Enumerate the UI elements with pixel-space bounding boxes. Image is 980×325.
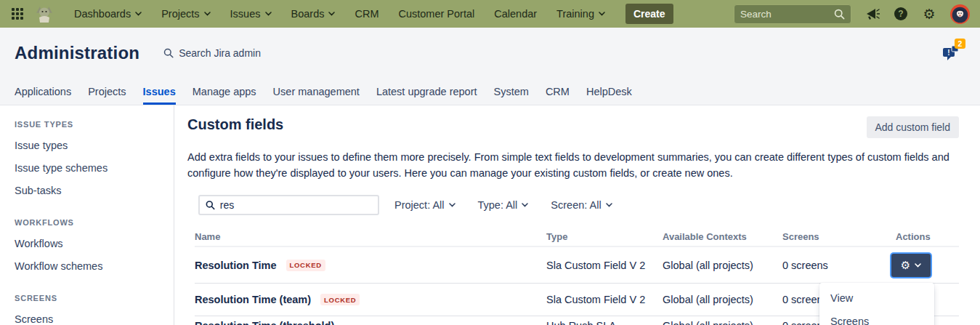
app-switcher-icon[interactable]: [12, 8, 23, 20]
nav-crm[interactable]: CRM: [355, 8, 378, 20]
add-custom-field-button[interactable]: Add custom field: [867, 116, 960, 138]
sidebar-item-screens[interactable]: Screens: [15, 313, 174, 325]
section-title: Custom fields: [187, 116, 283, 133]
sidebar-section-screens: SCREENS: [15, 294, 174, 302]
chevron-down-icon: [599, 12, 605, 16]
megaphone-icon[interactable]: [865, 7, 880, 21]
search-icon: [834, 9, 845, 20]
column-header-contexts: Available Contexts: [663, 231, 782, 242]
field-name: Resolution Time (threshold): [195, 320, 334, 325]
field-contexts: Global (all projects): [663, 320, 782, 325]
filter-screen[interactable]: Screen: All: [551, 199, 612, 211]
column-header-actions: Actions: [896, 231, 959, 242]
help-icon[interactable]: ?: [894, 7, 908, 21]
section-description: Add extra fields to your issues to defin…: [187, 149, 959, 181]
sidebar-item-issue-type-schemes[interactable]: Issue type schemes: [15, 162, 174, 174]
table-row: Resolution Time LOCKED Sla Custom Field …: [195, 247, 959, 284]
nav-training[interactable]: Training: [556, 8, 605, 20]
custom-field-search[interactable]: [198, 195, 379, 215]
sidebar-section-workflows: WORKFLOWS: [15, 218, 174, 227]
create-button[interactable]: Create: [625, 4, 673, 24]
sidebar-section-issue-types: ISSUE TYPES: [15, 120, 174, 129]
nav-customer-portal[interactable]: Customer Portal: [398, 8, 474, 20]
gear-icon: ⚙: [901, 260, 910, 270]
settings-gear-icon[interactable]: ⚙: [922, 7, 936, 21]
top-navigation-bar: Dashboards Projects Issues Boards CRM Cu…: [0, 0, 980, 28]
admin-search[interactable]: Search Jira admin: [163, 47, 261, 59]
table-header-row: Name Type Available Contexts Screens Act…: [195, 228, 959, 247]
user-avatar[interactable]: [950, 4, 970, 24]
chevron-down-icon: [204, 12, 211, 16]
nav-dashboards[interactable]: Dashboards: [74, 8, 142, 20]
chevron-down-icon: [522, 203, 528, 207]
admin-tabs: Applications Projects Issues Manage apps…: [0, 79, 980, 105]
admin-search-label: Search Jira admin: [179, 47, 261, 59]
search-icon: [206, 200, 215, 210]
filter-type[interactable]: Type: All: [478, 199, 529, 211]
tab-applications[interactable]: Applications: [15, 79, 71, 105]
search-placeholder: Search: [740, 9, 834, 20]
notification-count-badge: 2: [955, 39, 965, 49]
locked-badge: LOCKED: [320, 294, 360, 305]
field-contexts: Global (all projects): [663, 294, 782, 305]
notifications-icon[interactable]: ! 2: [941, 43, 963, 63]
field-name: Resolution Time (team): [195, 294, 311, 305]
admin-sidebar: ISSUE TYPES Issue types Issue type schem…: [0, 105, 174, 325]
nav-calendar[interactable]: Calendar: [494, 8, 537, 20]
chevron-down-icon: [135, 12, 142, 16]
menu-item-screens[interactable]: Screens: [819, 310, 934, 325]
global-search-input[interactable]: Search: [734, 4, 851, 24]
column-header-screens: Screens: [782, 231, 896, 242]
tab-issues[interactable]: Issues: [143, 79, 176, 105]
field-type: Sla Custom Field V 2: [546, 260, 663, 271]
nav-projects[interactable]: Projects: [161, 8, 210, 20]
site-logo[interactable]: [35, 4, 54, 23]
field-type: Sla Custom Field V 2: [546, 294, 663, 305]
sidebar-item-sub-tasks[interactable]: Sub-tasks: [15, 185, 174, 196]
chevron-down-icon: [606, 203, 612, 207]
page-title: Administration: [15, 43, 139, 63]
column-header-type: Type: [546, 231, 663, 242]
tab-helpdesk[interactable]: HelpDesk: [586, 79, 632, 105]
field-screens: 0 screens: [782, 260, 896, 271]
chevron-down-icon: [328, 12, 335, 16]
field-type: Hub Rush SLA: [546, 320, 663, 325]
menu-item-view[interactable]: View: [819, 286, 934, 310]
field-contexts: Global (all projects): [663, 260, 782, 271]
locked-badge: LOCKED: [286, 260, 325, 271]
custom-field-search-input[interactable]: [220, 199, 372, 211]
svg-text:!: !: [947, 49, 949, 57]
sidebar-item-workflow-schemes[interactable]: Workflow schemes: [15, 260, 174, 272]
chevron-down-icon: [915, 263, 921, 268]
tab-system[interactable]: System: [494, 79, 529, 105]
nav-issues[interactable]: Issues: [230, 8, 272, 20]
tab-crm[interactable]: CRM: [546, 79, 570, 105]
chevron-down-icon: [265, 12, 272, 16]
tab-manage-apps[interactable]: Manage apps: [193, 79, 256, 105]
chevron-down-icon: [449, 203, 455, 207]
filter-project[interactable]: Project: All: [394, 199, 455, 211]
tab-user-management[interactable]: User management: [273, 79, 360, 105]
admin-header: Administration Search Jira admin ! 2: [0, 28, 980, 79]
row-actions-button[interactable]: ⚙: [891, 254, 931, 277]
tab-latest-upgrade-report[interactable]: Latest upgrade report: [376, 79, 477, 105]
search-icon: [163, 48, 174, 58]
nav-boards[interactable]: Boards: [291, 8, 336, 20]
sidebar-item-workflows[interactable]: Workflows: [15, 238, 174, 249]
field-name: Resolution Time: [195, 260, 277, 271]
column-header-name: Name: [195, 231, 546, 242]
actions-dropdown-menu: View Screens: [819, 283, 934, 325]
tab-projects[interactable]: Projects: [88, 79, 126, 105]
sidebar-item-issue-types[interactable]: Issue types: [15, 140, 174, 151]
